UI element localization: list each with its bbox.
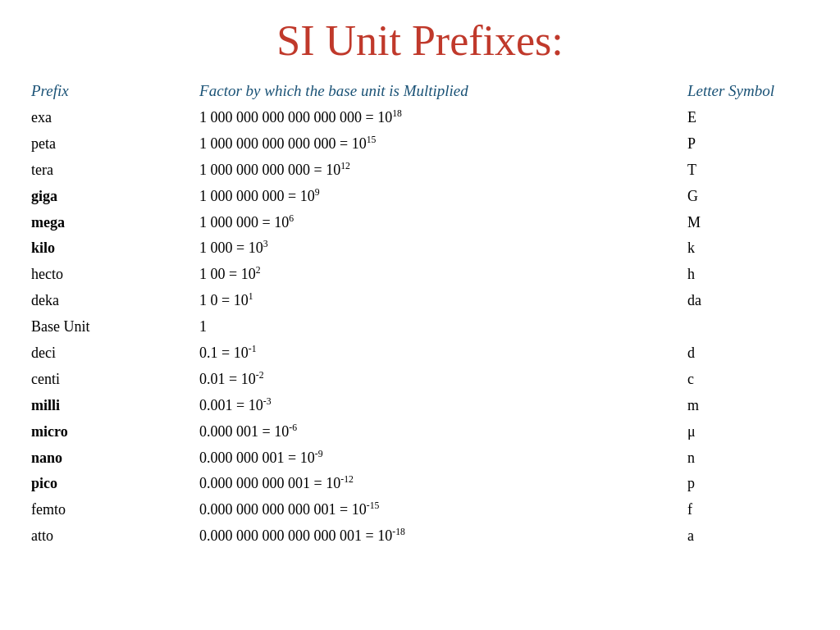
cell-factor: 1	[193, 314, 681, 340]
cell-symbol: P	[681, 131, 815, 158]
table-row: centi0.01 = 10-2c	[25, 367, 815, 393]
cell-prefix: milli	[25, 393, 193, 419]
cell-prefix: nano	[25, 445, 193, 472]
cell-prefix: tera	[25, 158, 193, 184]
table-row: giga1 000 000 000 = 109G	[25, 184, 815, 210]
cell-factor: 1 000 000 000 000 000 = 1015	[193, 131, 681, 158]
cell-prefix: centi	[25, 367, 193, 393]
table-row: hecto1 00 = 102h	[25, 262, 815, 288]
cell-prefix: micro	[25, 419, 193, 445]
cell-factor: 1 000 000 000 = 109	[193, 184, 681, 210]
cell-factor: 1 0 = 101	[193, 288, 681, 314]
col-header-factor: Factor by which the base unit is Multipl…	[193, 80, 681, 105]
cell-factor: 0.000 001 = 10-6	[193, 419, 681, 445]
cell-factor: 0.1 = 10-1	[193, 340, 681, 367]
cell-factor: 1 00 = 102	[193, 262, 681, 288]
cell-factor: 1 000 000 000 000 = 1012	[193, 158, 681, 184]
cell-symbol: M	[681, 210, 815, 236]
table-row: milli0.001 = 10-3m	[25, 393, 815, 419]
cell-symbol: da	[681, 288, 815, 314]
cell-symbol: d	[681, 340, 815, 367]
cell-prefix: pico	[25, 471, 193, 497]
table-row: nano0.000 000 001 = 10-9n	[25, 445, 815, 472]
cell-symbol: m	[681, 393, 815, 419]
table-row: Base Unit1	[25, 314, 815, 340]
cell-symbol: G	[681, 184, 815, 210]
cell-prefix: peta	[25, 131, 193, 158]
cell-prefix: exa	[25, 105, 193, 131]
col-header-prefix: Prefix	[25, 80, 193, 105]
cell-factor: 1 000 000 000 000 000 000 = 1018	[193, 105, 681, 131]
cell-factor: 0.000 000 000 000 000 001 = 10-18	[193, 523, 681, 550]
cell-symbol: E	[681, 105, 815, 131]
table-row: pico0.000 000 000 001 = 10-12p	[25, 471, 815, 497]
table-row: mega1 000 000 = 106M	[25, 210, 815, 236]
cell-factor: 1 000 = 103	[193, 235, 681, 262]
table-row: femto0.000 000 000 000 001 = 10-15f	[25, 497, 815, 523]
cell-symbol: f	[681, 497, 815, 523]
table-row: kilo1 000 = 103k	[25, 235, 815, 262]
cell-symbol: c	[681, 367, 815, 393]
cell-prefix: deka	[25, 288, 193, 314]
cell-factor: 0.001 = 10-3	[193, 393, 681, 419]
table-row: tera1 000 000 000 000 = 1012T	[25, 158, 815, 184]
cell-factor: 0.000 000 001 = 10-9	[193, 445, 681, 472]
table-row: peta1 000 000 000 000 000 = 1015P	[25, 131, 815, 158]
cell-symbol: n	[681, 445, 815, 472]
cell-factor: 1 000 000 = 106	[193, 210, 681, 236]
cell-factor: 0.000 000 000 000 001 = 10-15	[193, 497, 681, 523]
cell-symbol	[681, 314, 815, 340]
table-row: deci0.1 = 10-1d	[25, 340, 815, 367]
cell-symbol: k	[681, 235, 815, 262]
cell-prefix: giga	[25, 184, 193, 210]
table-row: micro0.000 001 = 10-6μ	[25, 419, 815, 445]
cell-symbol: T	[681, 158, 815, 184]
col-header-symbol: Letter Symbol	[681, 80, 815, 105]
cell-symbol: μ	[681, 419, 815, 445]
cell-prefix: hecto	[25, 262, 193, 288]
page-title: SI Unit Prefixes:	[25, 16, 815, 65]
table-row: atto0.000 000 000 000 000 001 = 10-18a	[25, 523, 815, 550]
cell-symbol: a	[681, 523, 815, 550]
cell-prefix: deci	[25, 340, 193, 367]
cell-prefix: atto	[25, 523, 193, 550]
cell-prefix: kilo	[25, 235, 193, 262]
table-row: exa1 000 000 000 000 000 000 = 1018E	[25, 105, 815, 131]
cell-factor: 0.01 = 10-2	[193, 367, 681, 393]
table-row: deka1 0 = 101da	[25, 288, 815, 314]
si-prefixes-table: Prefix Factor by which the base unit is …	[25, 80, 815, 550]
cell-prefix: Base Unit	[25, 314, 193, 340]
cell-factor: 0.000 000 000 001 = 10-12	[193, 471, 681, 497]
cell-symbol: h	[681, 262, 815, 288]
cell-prefix: mega	[25, 210, 193, 236]
cell-symbol: p	[681, 471, 815, 497]
cell-prefix: femto	[25, 497, 193, 523]
